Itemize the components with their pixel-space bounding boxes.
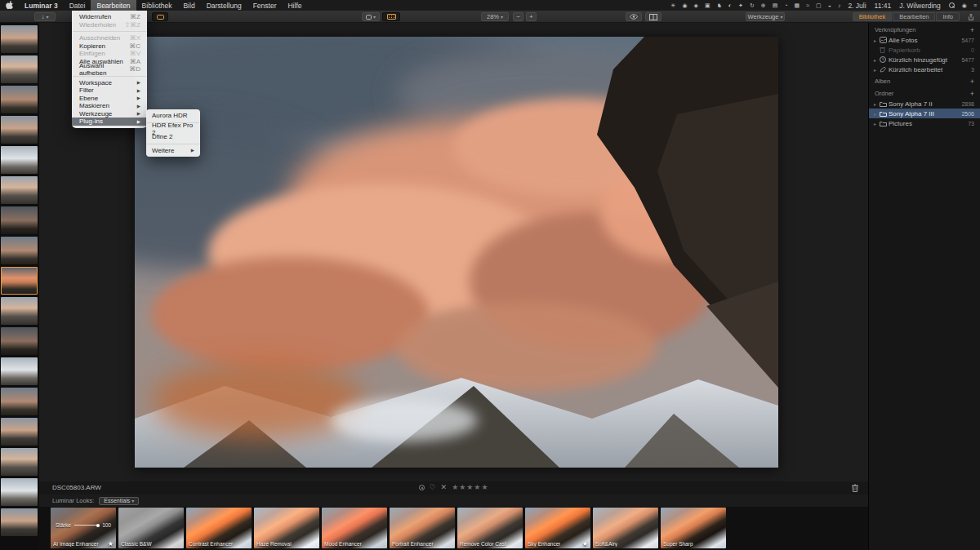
favorite-heart-icon[interactable]: ♡ [430,483,436,491]
menu-item-filter[interactable]: Filter ▶ [72,86,147,95]
add-folder-button[interactable]: + [970,90,974,98]
menubar-status-icon[interactable]: ▣ [702,2,714,9]
shortcut-papierkorb[interactable]: Papierkorb 0 [869,45,980,55]
disclosure-icon[interactable]: ▸ [874,121,880,126]
tools-dropdown[interactable]: Werkzeuge ▾ [746,12,785,21]
reject-icon[interactable]: ✕ [441,483,448,491]
gallery-view-button[interactable]: ▾ [362,12,380,21]
filmstrip-thumbnail[interactable] [1,25,38,53]
tab-bearbeiten[interactable]: Bearbeiten [893,12,935,21]
share-button[interactable] [964,12,978,21]
menubar-status-icon[interactable]: ◐ [725,2,735,8]
shortcut-kuerzlich-bearbeitet[interactable]: ▸ Kürzlich bearbeitet 3 [869,64,980,74]
looks-collection-dropdown[interactable]: Essentials ▾ [99,497,139,505]
preset-super-sharp[interactable]: Super Sharp [661,508,726,548]
menu-item-maskieren[interactable]: Maskieren ▶ [72,102,147,110]
color-label-icon[interactable] [419,485,425,490]
filmstrip-thumbnail[interactable] [1,237,38,264]
menubar-status-icon[interactable]: ↻ [746,2,758,9]
preset-remove-color-cast[interactable]: Remove Color Cast [457,508,523,548]
preset-ai-image-enhancer[interactable]: Stärke 100 AI Image Enhancer ★ [51,508,116,548]
filmstrip-thumbnail[interactable] [1,418,38,446]
folder-sony-alpha-7-ii[interactable]: ▸ Sony Alpha 7 II 2898 [869,99,980,109]
preset-haze-removal[interactable]: Haze Removal [254,508,319,548]
notification-center-icon[interactable]: ≡ [970,2,980,8]
menu-bibliothek[interactable]: Bibliothek [136,0,178,11]
filmstrip-thumbnail[interactable] [1,86,38,113]
shortcut-kuerzlich-hinzugefuegt[interactable]: ▸ Kürzlich hinzugefügt 5477 [869,55,980,64]
quick-preview-button[interactable] [626,12,642,21]
preset-favorite-star-icon[interactable]: ★ [582,540,588,548]
menubar-user[interactable]: J. Wilwerding [895,2,945,10]
siri-icon[interactable]: ◉ [959,2,970,9]
folder-sony-alpha-7-iii[interactable]: ▸ Sony Alpha 7 III 2506 [869,109,980,118]
shortcut-alle-fotos[interactable]: ▸ Alle Fotos 5477 [869,35,980,45]
trash-button[interactable] [852,484,858,492]
filmstrip-thumbnail[interactable] [1,116,38,144]
menu-item-ebene[interactable]: Ebene ▶ [72,95,147,103]
zoom-in-button[interactable]: + [526,12,537,21]
filmstrip-thumbnail[interactable] [1,448,38,476]
menu-datei[interactable]: Datei [64,0,91,11]
preset-portrait-enhancer[interactable]: Portrait Enhancer [390,508,455,548]
preset-soft-airy[interactable]: Soft&Airy [593,508,658,548]
menubar-time[interactable]: 11:41 [871,2,896,10]
folder-pictures[interactable]: ▸ Pictures 73 [869,118,980,128]
filmstrip-thumbnail[interactable] [1,508,38,536]
menu-item-workspace[interactable]: Workspace ▶ [72,79,147,87]
menu-item-kopieren[interactable]: Kopieren ⌘C [72,42,147,51]
filmstrip-thumbnail-selected[interactable] [1,267,38,295]
preset-favorite-star-icon[interactable]: ★ [108,540,114,548]
menu-item-plug-ins[interactable]: Plug-ins ▶ [72,118,147,126]
filmstrip-thumbnail[interactable] [1,146,38,174]
main-photo[interactable] [135,37,778,468]
menubar-status-icon[interactable]: ◒ [825,2,835,8]
filmstrip-thumbnail[interactable] [1,327,38,355]
add-shortcut-button[interactable]: + [970,26,974,34]
menu-darstellung[interactable]: Darstellung [201,0,247,11]
star-rating[interactable]: ★★★★★ [452,483,488,491]
menu-fenster[interactable]: Fenster [247,0,283,11]
menu-hilfe[interactable]: Hilfe [282,0,307,11]
menubar-status-icon[interactable]: ◈ [691,2,702,9]
menubar-status-icon[interactable]: ✦ [735,2,746,9]
filmstrip-thumbnail[interactable] [1,297,38,325]
menu-bearbeiten[interactable]: Bearbeiten [91,0,136,11]
compare-button[interactable] [645,12,662,21]
filmstrip-thumbnail[interactable] [1,176,38,204]
menubar-status-icon[interactable]: ⊕ [758,2,769,9]
menubar-status-icon[interactable]: ◉ [679,2,690,9]
tab-bibliothek[interactable]: Bibliothek [853,12,893,21]
preset-contrast-enhancer[interactable]: Contrast Enhancer [186,508,252,548]
preset-sky-enhancer[interactable]: Sky Enhancer ★ [525,508,590,548]
filmstrip-view-button[interactable] [382,12,400,21]
spotlight-search-icon[interactable] [949,2,955,8]
menubar-date[interactable]: 2. Juli [844,2,870,10]
strength-slider[interactable]: Stärke 100 [56,522,111,528]
zoom-level-dropdown[interactable]: 28% ▾ [481,12,509,21]
menu-item-widerrufen[interactable]: Widerrufen ⌘Z [72,13,147,21]
filmstrip-thumbnail[interactable] [1,388,38,415]
slider-knob[interactable] [96,524,100,527]
menubar-status-icon[interactable]: ▤ [769,2,782,9]
filmstrip-thumbnail[interactable] [1,478,38,506]
menubar-status-icon[interactable]: ▢ [813,2,825,9]
menu-item-aurora-hdr[interactable]: Aurora HDR [146,112,200,120]
menu-item-auswahl-aufheben[interactable]: Auswahl aufheben ⌘D [72,65,147,73]
disclosure-icon[interactable]: ▸ [874,101,880,107]
add-album-button[interactable]: + [970,78,974,86]
filmstrip-thumbnail[interactable] [1,357,38,385]
menu-item-hdr-efex-pro-2[interactable]: HDR Efex Pro 2 [146,126,200,134]
menu-bild[interactable]: Bild [177,0,200,11]
menubar-status-icon[interactable]: ♪ [835,2,844,8]
zoom-out-button[interactable]: − [513,12,523,21]
disclosure-icon[interactable]: ▸ [874,67,880,73]
preset-mood-enhancer[interactable]: Mood Enhancer [322,508,387,548]
menubar-status-icon[interactable]: ♞ [714,2,725,9]
menu-app-name[interactable]: Luminar 3 [19,0,64,11]
single-view-button[interactable] [152,12,168,21]
filmstrip-thumbnail[interactable] [1,206,38,234]
apple-menu[interactable] [0,0,19,11]
menu-item-werkzeuge[interactable]: Werkzeuge ▶ [72,110,147,118]
disclosure-icon[interactable]: ▸ [874,111,880,117]
